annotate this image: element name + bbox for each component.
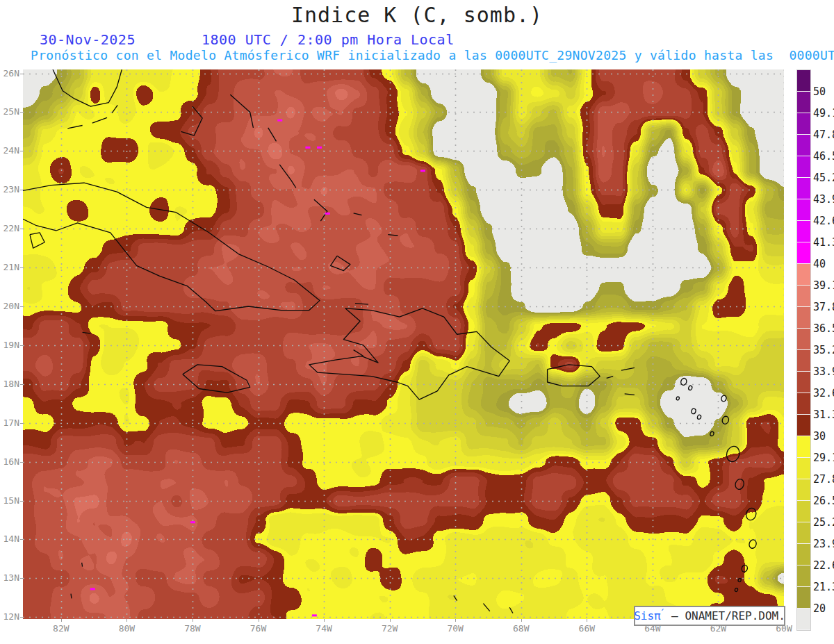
sispi-logo: Sisπ: [634, 609, 661, 622]
lat-tick: [20, 112, 23, 113]
colorbar-label-46.5: 46.5: [813, 150, 834, 163]
forecast-date: 30-Nov-2025: [40, 31, 136, 48]
lat-tick: [20, 617, 23, 618]
colorbar-cell: [797, 264, 810, 286]
lat-label-16N: 16N: [1, 456, 19, 467]
lon-label-72W: 72W: [375, 623, 405, 634]
colorbar-label-20: 20: [813, 602, 826, 615]
colorbar-label-29.1: 29.1: [813, 452, 834, 464]
k-index-forecast-page: Indice K (C, somb.) 30-Nov-2025 1800 UTC…: [0, 0, 834, 644]
colorbar-cell: [797, 522, 810, 544]
colorbar-label-42.6: 42.6: [813, 215, 834, 227]
lat-label-18N: 18N: [1, 379, 19, 389]
forecast-time: 1800 UTC / 2:00 pm Hora Local: [202, 31, 455, 48]
lat-label-14N: 14N: [1, 534, 19, 544]
lon-tick: [193, 619, 193, 622]
colorbar-label-40: 40: [813, 258, 826, 270]
colorbar-label-30: 30: [813, 430, 826, 443]
colorbar-cell: [797, 135, 810, 156]
colorbar-label-27.8: 27.8: [813, 473, 834, 486]
lat-tick: [20, 74, 23, 74]
lon-tick: [455, 619, 456, 622]
colorbar-cell: [797, 199, 810, 221]
colorbar-label-25.2: 25.2: [813, 516, 834, 529]
lon-label-78W: 78W: [177, 623, 208, 634]
colorbar-cell: [797, 565, 810, 587]
colorbar-label-21.3: 21.3: [813, 581, 834, 593]
lat-label-23N: 23N: [1, 184, 19, 195]
lat-tick: [20, 306, 23, 307]
lat-label-24N: 24N: [1, 145, 19, 156]
colorbar-cell: [797, 458, 810, 479]
lon-tick: [587, 619, 587, 622]
colorbar-label-26.5: 26.5: [813, 495, 834, 507]
colorbar-label-37.8: 37.8: [813, 301, 834, 313]
lat-label-21N: 21N: [1, 262, 19, 272]
colorbar-cell: [797, 286, 810, 307]
lon-label-80W: 80W: [111, 623, 142, 634]
colorbar-label-39.1: 39.1: [813, 279, 834, 292]
lat-label-19N: 19N: [1, 340, 19, 350]
colorbar-cell: [797, 307, 810, 329]
lat-tick: [20, 578, 23, 579]
lat-tick: [20, 501, 23, 502]
colorbar-cell: [797, 70, 810, 92]
lat-tick: [20, 384, 23, 385]
colorbar-cell: [797, 436, 810, 458]
colorbar-cell: [797, 156, 810, 178]
colorbar-label-43.9: 43.9: [813, 193, 834, 206]
lat-label-25N: 25N: [1, 106, 19, 117]
colorbar-cell: [797, 501, 810, 522]
lat-label-12N: 12N: [1, 611, 19, 622]
colorbar-cell: [797, 587, 810, 609]
colorbar-label-36.5: 36.5: [813, 322, 834, 335]
lat-tick: [20, 151, 23, 151]
lat-tick: [20, 190, 23, 190]
lon-tick: [259, 619, 259, 622]
lat-label-17N: 17N: [1, 418, 19, 428]
lat-tick: [20, 539, 23, 540]
lon-tick: [61, 619, 62, 622]
colorbar-label-50: 50: [813, 85, 826, 98]
colorbar-cell: [797, 393, 810, 415]
lon-tick: [324, 619, 325, 622]
colorbar-cell: [797, 178, 810, 199]
colorbar-cell: [797, 113, 810, 135]
lon-tick: [390, 619, 391, 622]
lon-label-74W: 74W: [309, 623, 339, 634]
lon-tick: [521, 619, 522, 622]
lat-label-15N: 15N: [1, 495, 19, 506]
lat-tick: [20, 267, 23, 268]
colorbar-label-35.2: 35.2: [813, 344, 834, 356]
colorbar-cell: [797, 415, 810, 436]
colorbar-label-33.9: 33.9: [813, 365, 834, 378]
colorbar-label-23.9: 23.9: [813, 538, 834, 550]
colorbar-cell: [797, 479, 810, 501]
lon-tick: [126, 619, 127, 622]
lat-tick: [20, 423, 23, 424]
lat-label-22N: 22N: [1, 223, 19, 233]
colorbar-label-41.3: 41.3: [813, 236, 834, 249]
lon-label-66W: 66W: [571, 623, 602, 634]
colorbar-label-31.3: 31.3: [813, 408, 834, 421]
lat-tick: [20, 229, 23, 229]
colorbar-cell: [797, 329, 810, 350]
colorbar-cell: [797, 221, 810, 242]
colorbar-label-32.6: 32.6: [813, 387, 834, 399]
colorbar-cell: [797, 544, 810, 565]
sispi-logo-accent: ´: [660, 608, 665, 618]
colorbar-label-22.6: 22.6: [813, 559, 834, 572]
k-index-heatmap-canvas: [23, 69, 784, 619]
map-area: Sisπ ´ – ONAMET/REP.DOM.: [23, 69, 784, 619]
colorbar-cell: [797, 372, 810, 393]
colorbar: [796, 69, 811, 631]
forecast-description: Pronóstico con el Modelo Atmósferico WRF…: [31, 48, 834, 63]
lon-label-82W: 82W: [46, 623, 76, 634]
colorbar-cell: [797, 242, 810, 264]
lon-label-76W: 76W: [243, 623, 274, 634]
colorbar-cell: [797, 609, 810, 630]
lon-label-68W: 68W: [506, 623, 537, 634]
lon-label-70W: 70W: [440, 623, 471, 634]
lat-tick: [20, 345, 23, 346]
colorbar-label-49.1: 49.1: [813, 107, 834, 119]
